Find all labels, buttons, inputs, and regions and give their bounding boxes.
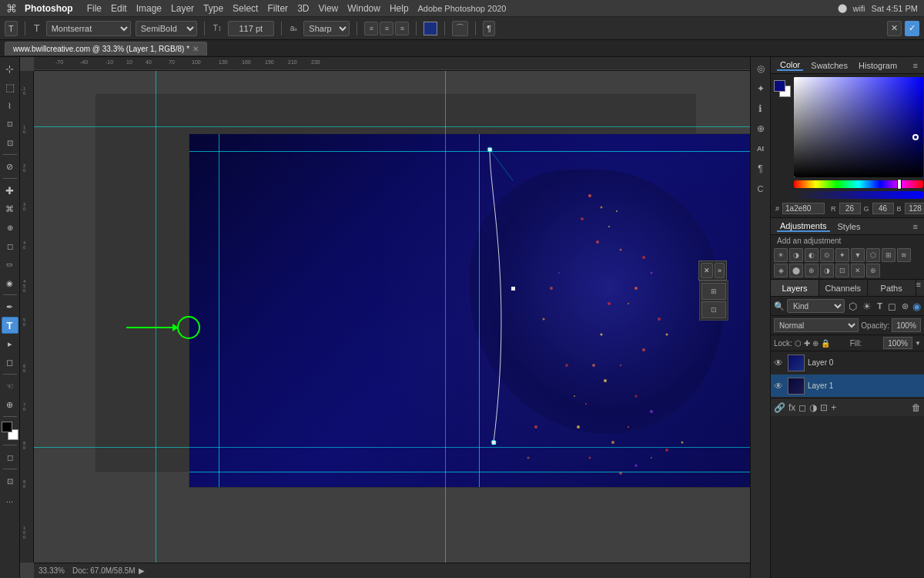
panel-close-btn[interactable]: ✕	[701, 263, 713, 278]
add-mask-btn[interactable]: ◻	[798, 402, 806, 413]
color-panel-menu[interactable]: ≡	[913, 61, 918, 70]
hue-slider[interactable]	[897, 179, 902, 190]
menu-image[interactable]: Image	[136, 3, 162, 14]
rt-content-icon[interactable]: ⊕	[752, 120, 769, 137]
layers-tab-channels[interactable]: Channels	[819, 280, 868, 296]
gradient-tool-btn[interactable]: ▭	[2, 256, 18, 273]
delete-layer-btn[interactable]: 🗑	[912, 402, 921, 413]
align-left-btn[interactable]: ≡	[364, 22, 378, 35]
adj-invert-btn[interactable]: ⊕	[805, 264, 819, 277]
opacity-input[interactable]	[892, 318, 921, 332]
menu-filter[interactable]: Filter	[267, 3, 288, 14]
adj-colorbalance-btn[interactable]: ⬡	[866, 248, 880, 262]
clone-tool-btn[interactable]: ⊕	[2, 219, 18, 236]
r-input[interactable]	[839, 203, 861, 214]
panel-expand-btn[interactable]: »	[715, 263, 725, 278]
fill-input[interactable]	[883, 337, 912, 349]
adj-hsl-btn[interactable]: ▼	[851, 248, 865, 262]
adj-bw-btn[interactable]: ⊞	[882, 248, 896, 262]
menu-layer[interactable]: Layer	[171, 3, 194, 14]
object-select-btn[interactable]: ⊡	[2, 116, 18, 133]
select-tool-btn[interactable]: ⬚	[2, 79, 18, 96]
confirm-transform-btn[interactable]: ✓	[905, 21, 919, 36]
brush-tool-btn[interactable]: ⌘	[2, 200, 18, 217]
histogram-tab[interactable]: Histogram	[855, 61, 900, 70]
scroll-arrow[interactable]: ▶	[139, 566, 145, 575]
rt-info-icon[interactable]: ℹ	[752, 100, 769, 117]
hex-input[interactable]	[782, 203, 825, 214]
adj-curves-btn[interactable]: ◐	[805, 248, 819, 262]
eraser-tool-btn[interactable]: ◻	[2, 237, 18, 254]
move-tool-btn[interactable]: ⊹	[2, 60, 18, 77]
rt-adjustment-icon[interactable]: ✦	[752, 80, 769, 97]
menu-3d[interactable]: 3D	[297, 3, 309, 14]
font-style-select[interactable]: SemiBold	[136, 21, 197, 36]
hand-tool-btn[interactable]: ☜	[2, 378, 18, 395]
rt-color-icon[interactable]: ◎	[752, 60, 769, 77]
canvas-container[interactable]	[34, 71, 750, 563]
eyedropper-tool-btn[interactable]: ⊘	[2, 158, 18, 175]
adj-color-lookup-btn[interactable]: ⬤	[789, 264, 803, 277]
zoom-tool-btn[interactable]: ⊕	[2, 396, 18, 413]
float-icon-2[interactable]: ⊡	[701, 301, 726, 318]
blend-mode-select[interactable]: Normal Multiply Screen Overlay	[774, 318, 859, 332]
group-layers-btn[interactable]: ⊡	[820, 402, 828, 413]
adj-exposure-btn[interactable]: ⊙	[820, 248, 834, 262]
adj-gradient-map-btn[interactable]: ✕	[851, 264, 865, 277]
adj-photo-filter-btn[interactable]: ≋	[897, 248, 911, 262]
layer-0-vis-icon[interactable]: 👁	[774, 358, 785, 368]
fill-dropdown-icon[interactable]: ▼	[915, 340, 921, 347]
color-tab[interactable]: Color	[777, 60, 803, 71]
apple-icon[interactable]: ⌘	[6, 2, 17, 15]
canvas-area[interactable]: /* ruler marks rendered below */ -70 -40…	[20, 57, 750, 578]
adj-channel-mixer-btn[interactable]: ◈	[774, 264, 788, 277]
layer-row-1[interactable]: 👁 Layer 1	[771, 375, 924, 398]
adj-layer-btn[interactable]: ◑	[809, 402, 817, 413]
float-icon-1[interactable]: ⊞	[701, 283, 726, 300]
layers-tab-paths[interactable]: Paths	[868, 280, 916, 296]
dodge-tool-btn[interactable]: ◉	[2, 274, 18, 291]
color-gradient[interactable]	[794, 77, 923, 177]
align-center-btn[interactable]: ≡	[380, 22, 393, 35]
align-right-btn[interactable]: ≡	[395, 22, 409, 35]
smart-filter-icon[interactable]: ⊛	[900, 301, 910, 311]
type-filter-icon[interactable]: T	[875, 301, 884, 311]
text-orient-icon[interactable]: T	[32, 21, 42, 35]
adjustments-tab[interactable]: Adjustments	[777, 221, 830, 232]
adj-vibrance-btn[interactable]: ✦	[835, 248, 849, 262]
lock-position-icon[interactable]: ✚	[804, 339, 810, 348]
menu-edit[interactable]: Edit	[111, 3, 127, 14]
adj-posterize-btn[interactable]: ◑	[820, 264, 834, 277]
lock-pixels-icon[interactable]: ⬡	[795, 339, 802, 348]
menu-select[interactable]: Select	[233, 3, 258, 14]
font-size-input[interactable]	[228, 21, 274, 36]
new-layer-btn[interactable]: +	[831, 402, 836, 413]
tool-preset-btn[interactable]: T	[5, 21, 18, 36]
crop-tool-btn[interactable]: ⊡	[2, 134, 18, 151]
rt-ai-icon[interactable]: AI	[752, 140, 769, 157]
fg-color-swatch[interactable]	[2, 422, 12, 432]
fg-color-big[interactable]	[774, 80, 785, 92]
cancel-transform-btn[interactable]: ✕	[887, 21, 902, 36]
adj-brightness-btn[interactable]: ☀	[774, 248, 788, 262]
text-color-swatch[interactable]	[424, 22, 437, 35]
text-tool-btn[interactable]: T	[2, 317, 18, 334]
layers-panel-menu[interactable]: ≡	[916, 280, 921, 296]
b-input[interactable]	[905, 203, 924, 214]
rt-paragraph-icon[interactable]: ¶	[752, 160, 769, 177]
g-input[interactable]	[872, 203, 894, 214]
screen-mode-btn[interactable]: ⊡	[2, 472, 18, 489]
adj-panel-menu[interactable]: ≡	[913, 222, 918, 231]
warp-text-btn[interactable]: ⌒	[452, 21, 468, 36]
document-tab[interactable]: www.bwillcreative.com @ 33.3% (Layer 1, …	[5, 42, 207, 55]
char-panel-btn[interactable]: ¶	[483, 21, 495, 36]
extras-btn[interactable]: …	[2, 491, 18, 508]
adj-filter-icon[interactable]: ☀	[861, 301, 873, 312]
menu-help[interactable]: Help	[390, 3, 409, 14]
lock-all-icon[interactable]: 🔒	[821, 339, 830, 348]
layer-fx-btn[interactable]: fx	[788, 402, 795, 413]
filter-toggle-icon[interactable]: ◉	[912, 301, 921, 312]
swatches-tab[interactable]: Swatches	[808, 61, 851, 70]
shape-filter-icon[interactable]: ◻	[886, 301, 898, 312]
quick-mask-btn[interactable]: ◻	[2, 449, 18, 465]
